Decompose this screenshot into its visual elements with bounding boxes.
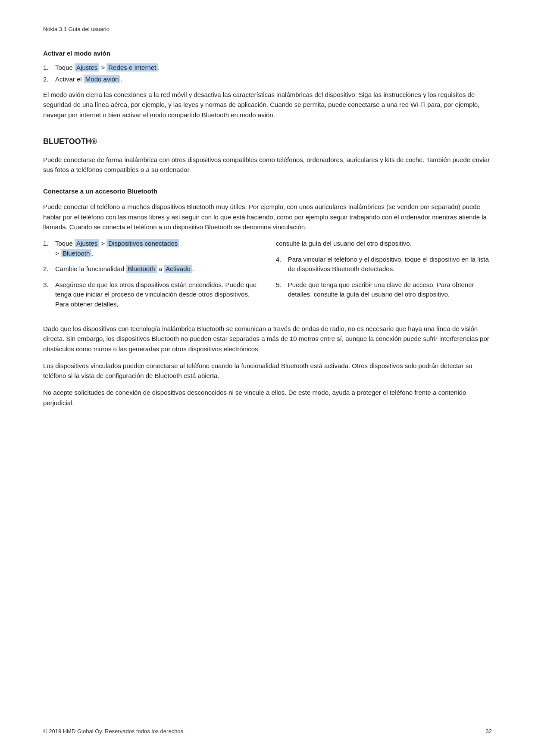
bt-step-3: 3. Asegúrese de que los otros dispositiv… bbox=[43, 280, 259, 309]
bt-step-3-cont: consulte la guía del usuario del otro di… bbox=[276, 239, 491, 249]
bluetooth-subsection-body: Puede conectar el teléfono a muchos disp… bbox=[43, 202, 492, 232]
airplane-step-2: 2. Activar el Modo avión. bbox=[43, 75, 492, 83]
bluetooth-steps-right: consulte la guía del usuario del otro di… bbox=[276, 239, 491, 306]
bluetooth-para3: No acepte solicitudes de conexión de dis… bbox=[43, 387, 492, 408]
dispositivos-highlight: Dispositivos conectados bbox=[106, 239, 179, 247]
header-title: Nokia 3.1 Guía del usuario bbox=[43, 26, 110, 32]
bt-step-4: 4. Para vincular el teléfono y el dispos… bbox=[276, 255, 491, 274]
airplane-section-title: Activar el modo avión bbox=[43, 50, 492, 57]
bluetooth-subsection-title: Conectarse a un accesorio Bluetooth bbox=[43, 187, 492, 195]
airplane-section: Activar el modo avión 1. Toque Ajustes >… bbox=[43, 50, 492, 120]
bluetooth-para1: Dado que los dispositivos con tecnología… bbox=[43, 324, 492, 354]
bt-step-1: 1. Toque Ajustes > Dispositivos conectad… bbox=[43, 239, 259, 258]
modo-avion-highlight: Modo avión bbox=[84, 75, 121, 83]
ajustes-highlight: Ajustes bbox=[75, 63, 99, 72]
activado-highlight: Activado bbox=[164, 265, 192, 273]
ajustes-bt-highlight: Ajustes bbox=[75, 239, 99, 247]
bluetooth-para2: Los dispositivos vinculados pueden conec… bbox=[43, 361, 492, 381]
bluetooth-steps-two-col: 1. Toque Ajustes > Dispositivos conectad… bbox=[43, 239, 492, 315]
airplane-steps-list: 1. Toque Ajustes > Redes e Internet. 2. … bbox=[43, 64, 492, 83]
bt-step-5: 5. Puede que tenga que escribir una clav… bbox=[276, 280, 491, 300]
page-footer: © 2019 HMD Global Oy. Reservados todos l… bbox=[43, 728, 492, 734]
footer-page-number: 32 bbox=[486, 728, 492, 734]
page-header: Nokia 3.1 Guía del usuario bbox=[43, 26, 492, 32]
airplane-step-1: 1. Toque Ajustes > Redes e Internet. bbox=[43, 64, 492, 71]
airplane-body-text: El modo avión cierra las conexiones a la… bbox=[43, 90, 492, 120]
bluetooth-intro: Puede conectarse de forma inalámbrica co… bbox=[43, 155, 492, 175]
bluetooth-steps-left: 1. Toque Ajustes > Dispositivos conectad… bbox=[43, 239, 259, 315]
page: Nokia 3.1 Guía del usuario Activar el mo… bbox=[0, 0, 535, 756]
bluetooth-highlight-step2: Bluetooth bbox=[126, 265, 156, 273]
bt-step-2: 2. Cambie la funcionalidad Bluetooth a A… bbox=[43, 264, 259, 274]
bluetooth-heading: BLUETOOTH® bbox=[43, 137, 492, 146]
redes-highlight: Redes e Internet bbox=[106, 63, 158, 72]
bluetooth-highlight-step1: Bluetooth bbox=[61, 249, 91, 257]
footer-copyright: © 2019 HMD Global Oy. Reservados todos l… bbox=[43, 728, 185, 734]
bluetooth-section: BLUETOOTH® Puede conectarse de forma ina… bbox=[43, 137, 492, 408]
